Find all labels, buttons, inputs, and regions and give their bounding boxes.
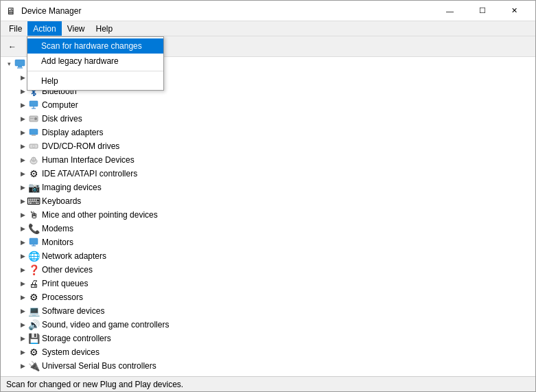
title-controls: — ☐ ✕: [434, 1, 530, 21]
expand-mice: ▶: [17, 209, 28, 220]
expand-sound: ▶: [17, 319, 28, 330]
tree-item-displayadapters[interactable]: ▶ Display adapters: [1, 126, 535, 139]
maximize-button[interactable]: ☐: [467, 1, 498, 21]
tree-item-diskdrives[interactable]: ▶ Disk drives: [1, 112, 535, 126]
hid-icon: [28, 154, 39, 165]
mice-icon: 🖱: [28, 209, 39, 220]
dvdcdrom-icon: [28, 141, 39, 152]
computer-tree-icon: [28, 100, 39, 111]
label-printqueues: Print queues: [42, 279, 88, 288]
menu-separator: [27, 71, 163, 71]
expand-usb: ▶: [17, 360, 28, 371]
label-keyboards: Keyboards: [42, 196, 81, 206]
back-button[interactable]: ←: [3, 38, 21, 55]
svg-rect-10: [18, 66, 22, 67]
tree-item-networkadapters[interactable]: ▶ 🌐 Network adapters: [1, 249, 535, 263]
svg-rect-18: [30, 129, 38, 135]
softwaredevices-icon: 💻: [28, 305, 39, 316]
menu-item-view[interactable]: View: [62, 21, 91, 36]
label-modems: Modems: [42, 224, 73, 233]
label-dvdcdrom: DVD/CD-ROM drives: [42, 141, 119, 151]
expand-monitors: ▶: [17, 237, 28, 248]
label-usb: Universal Serial Bus controllers: [42, 361, 156, 371]
expand-printqueues: ▶: [17, 278, 28, 289]
device-manager-window: 🖥 Device Manager — ☐ ✕ File Action View …: [0, 0, 536, 392]
minimize-button[interactable]: —: [434, 1, 465, 21]
tree-item-dvdcdrom[interactable]: ▶ DVD/CD-ROM drives: [1, 139, 535, 153]
tree-item-ide[interactable]: ▶ ⚙ IDE ATA/ATAPI controllers: [1, 167, 535, 181]
root-expand-icon: ▾: [3, 58, 14, 69]
modems-icon: 📞: [28, 223, 39, 234]
processors-icon: ⚙: [28, 292, 39, 303]
tree-item-mice[interactable]: ▶ 🖱 Mice and other pointing devices: [1, 208, 535, 222]
label-ide: IDE ATA/ATAPI controllers: [42, 169, 137, 178]
label-networkadapters: Network adapters: [42, 251, 106, 261]
svg-rect-25: [30, 238, 38, 244]
tree-item-otherdevices[interactable]: ▶ ❓ Other devices: [1, 263, 535, 277]
status-text: Scan for changed or new Plug and Play de…: [6, 380, 183, 389]
tree-item-softwaredevices[interactable]: ▶ 💻 Software devices: [1, 304, 535, 318]
tree-item-usb[interactable]: ▶ 🔌 Universal Serial Bus controllers: [1, 359, 535, 373]
tree-item-computer[interactable]: ▶ Computer: [1, 98, 535, 112]
expand-ide: ▶: [17, 168, 28, 179]
expand-imaging: ▶: [17, 182, 28, 193]
label-softwaredevices: Software devices: [42, 306, 104, 316]
tree-item-imaging[interactable]: ▶ 📷 Imaging devices: [1, 181, 535, 194]
expand-dvdcdrom: ▶: [17, 141, 28, 152]
printqueues-icon: 🖨: [28, 278, 39, 289]
root-computer-icon: [14, 58, 25, 69]
displayadapters-icon: [28, 127, 39, 138]
svg-point-16: [34, 117, 37, 120]
tree-item-processors[interactable]: ▶ ⚙ Processors: [1, 290, 535, 304]
label-hid: Human Interface Devices: [42, 155, 135, 165]
label-mice: Mice and other pointing devices: [42, 210, 158, 220]
expand-processors: ▶: [17, 292, 28, 303]
label-computer: Computer: [42, 100, 78, 110]
expand-computer: ▶: [17, 100, 28, 111]
label-diskdrives: Disk drives: [42, 114, 82, 124]
action-dropdown: Scan for hardware changes Add legacy har…: [27, 36, 164, 91]
systemdevices-icon: ⚙: [28, 347, 39, 358]
expand-displayadapters: ▶: [17, 127, 28, 138]
menu-add-legacy[interactable]: Add legacy hardware: [27, 54, 163, 69]
label-otherdevices: Other devices: [42, 265, 93, 275]
tree-item-sound[interactable]: ▶ 🔊 Sound, video and game controllers: [1, 318, 535, 332]
close-button[interactable]: ✕: [499, 1, 530, 21]
window-title: Device Manager: [21, 6, 81, 16]
tree-item-systemdevices[interactable]: ▶ ⚙ System devices: [1, 345, 535, 359]
expand-networkadapters: ▶: [17, 251, 28, 262]
tree-item-hid[interactable]: ▶ Human Interface Devices: [1, 153, 535, 167]
tree-item-storage[interactable]: ▶ 💾 Storage controllers: [1, 332, 535, 345]
menu-item-file[interactable]: File: [3, 21, 27, 36]
tree-item-monitors[interactable]: ▶ Monitors: [1, 235, 535, 249]
keyboards-icon: ⌨: [28, 196, 39, 207]
status-bar: Scan for changed or new Plug and Play de…: [1, 376, 535, 391]
expand-diskdrives: ▶: [17, 113, 28, 124]
content-area[interactable]: ▾ DESKTOP-ABC123 ▶ 🔋 Batteries ▶: [1, 57, 535, 376]
tree-item-printqueues[interactable]: ▶ 🖨 Print queues: [1, 277, 535, 290]
expand-hid: ▶: [17, 154, 28, 165]
expand-storage: ▶: [17, 333, 28, 344]
tree-item-modems[interactable]: ▶ 📞 Modems: [1, 222, 535, 235]
expand-systemdevices: ▶: [17, 347, 28, 358]
otherdevices-icon: ❓: [28, 264, 39, 275]
svg-rect-12: [30, 101, 38, 106]
svg-rect-19: [32, 135, 36, 136]
label-systemdevices: System devices: [42, 347, 100, 357]
menu-bar: File Action View Help Scan for hardware …: [1, 21, 535, 36]
usb-icon: 🔌: [28, 360, 39, 371]
ide-icon: ⚙: [28, 168, 39, 179]
window-icon: 🖥: [6, 5, 17, 16]
menu-scan-hardware[interactable]: Scan for hardware changes: [27, 38, 163, 54]
monitors-icon: [28, 237, 39, 248]
label-displayadapters: Display adapters: [42, 128, 103, 137]
expand-modems: ▶: [17, 223, 28, 234]
storage-icon: 💾: [28, 333, 39, 344]
menu-item-help[interactable]: Help: [91, 21, 119, 36]
imaging-icon: 📷: [28, 182, 39, 193]
sound-icon: 🔊: [28, 319, 39, 330]
expand-softwaredevices: ▶: [17, 305, 28, 316]
menu-help[interactable]: Help: [27, 73, 163, 89]
menu-item-action[interactable]: Action: [27, 21, 61, 36]
tree-item-keyboards[interactable]: ▶ ⌨ Keyboards: [1, 194, 535, 208]
